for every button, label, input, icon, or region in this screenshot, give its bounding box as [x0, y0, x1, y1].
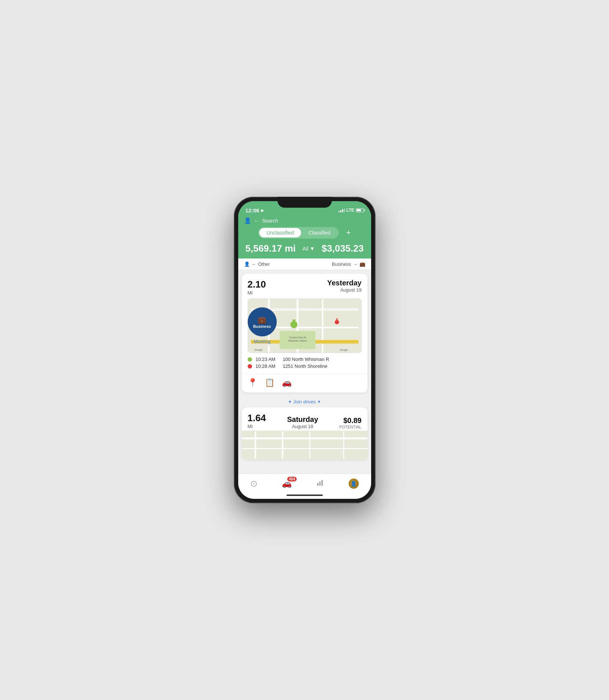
trip2-distance-block: 1.64 MI — [248, 412, 266, 429]
back-arrow: ← — [254, 218, 259, 224]
time-label: 12:06 — [245, 207, 259, 213]
filter-label: All — [303, 245, 309, 252]
profile-avatar: 👤 — [349, 479, 359, 489]
join-drives-label: ✦ Join drives ✦ — [288, 399, 321, 404]
svg-rect-25 — [319, 481, 321, 486]
signal-icon — [338, 208, 345, 212]
reports-icon — [316, 479, 324, 489]
svg-point-11 — [290, 321, 297, 328]
phone-screen: 12:06 ▶ LTE 👤 ← — [238, 201, 371, 499]
tab-profile[interactable]: 👤 — [349, 479, 359, 489]
trip-card-2: 1.64 MI Saturday August 18 $0.89 POTENTI… — [242, 407, 368, 460]
classification-bar: 👤 ← Other Business → 💼 — [238, 259, 371, 270]
tab-drives[interactable]: 🚗 454 — [282, 479, 292, 488]
category-overlay[interactable]: 💼 Business Meeting — [248, 308, 277, 344]
trip2-day-block: Saturday August 18 — [287, 415, 318, 429]
trip2-day-label: Saturday — [287, 415, 318, 424]
status-time: 12:06 ▶ — [245, 207, 264, 213]
trip2-header: 1.64 MI Saturday August 18 $0.89 POTENTI… — [242, 407, 368, 431]
waypoint-1: 10:23 AM 100 North Whisman R — [248, 357, 362, 362]
svg-rect-26 — [321, 480, 323, 486]
nav-row: 👤 ← Search — [244, 217, 365, 224]
trip1-distance: 2.10 MI — [248, 279, 266, 296]
notch — [277, 197, 332, 208]
stats-row: 5,569.17 mi All ▼ $3,035.23 — [244, 243, 365, 254]
trip2-amount-block: $0.89 POTENTIAL — [339, 416, 361, 429]
trip2-unit: MI — [248, 424, 266, 429]
drives-badge: 454 — [287, 477, 297, 481]
svg-text:Google: Google — [340, 349, 348, 351]
waypoints: 10:23 AM 100 North Whisman R 10:28 AM 12… — [242, 353, 368, 374]
other-label: Other — [258, 261, 270, 267]
category-meeting-label: Meeting — [248, 339, 277, 344]
back-button[interactable]: 👤 ← Search — [244, 217, 278, 224]
business-category-circle: 💼 Business — [248, 308, 277, 337]
svg-rect-17 — [242, 432, 368, 459]
trip1-date-sub: August 19 — [327, 287, 362, 295]
person-icon: 👤 — [244, 217, 251, 224]
business-label: Business — [332, 261, 351, 267]
briefcase-category-icon: 💼 — [257, 316, 267, 324]
network-label: LTE — [346, 208, 354, 213]
other-person-icon: 👤 — [244, 261, 250, 267]
status-right: LTE — [338, 208, 364, 213]
location-arrow-icon: ▶ — [261, 208, 264, 212]
segment-classified[interactable]: Classified — [301, 228, 338, 237]
svg-text:Google: Google — [254, 349, 262, 351]
category-name: Business — [253, 324, 271, 329]
segment-control: Unclassified Classified — [258, 227, 339, 239]
waypoint1-addr: 100 North Whisman R — [283, 357, 329, 362]
trip1-date-label: Yesterday — [327, 279, 362, 287]
filter-button[interactable]: All ▼ — [303, 245, 315, 252]
speedometer-icon: ⊙ — [250, 479, 257, 489]
class-left[interactable]: 👤 ← Other — [244, 261, 270, 267]
briefcase-icon: 💼 — [360, 261, 365, 267]
end-dot — [248, 364, 252, 369]
notes-action-icon[interactable]: 📋 — [265, 378, 275, 387]
add-button[interactable]: + — [346, 228, 351, 237]
battery-fill — [357, 209, 361, 211]
filter-chevron-icon: ▼ — [309, 245, 315, 252]
segment-row: Unclassified Classified + — [244, 227, 365, 239]
trip1-date: Yesterday August 19 — [327, 279, 362, 296]
other-arrow-icon: ← — [252, 261, 256, 267]
svg-text:Central Park At: Central Park At — [289, 336, 306, 339]
start-dot — [248, 357, 252, 362]
main-scroll[interactable]: 2.10 MI Yesterday August 19 💼 Business — [238, 270, 371, 473]
back-label: Search — [262, 218, 278, 224]
waypoint-2: 10:28 AM 1251 North Shoreline — [248, 363, 362, 369]
trip1-unit: MI — [248, 290, 266, 296]
waypoint1-time: 10:23 AM — [256, 357, 279, 362]
tab-reports[interactable] — [316, 479, 324, 489]
trip2-date-sub: August 18 — [287, 424, 318, 429]
action-bar: 📍 📋 🚗 — [242, 374, 368, 392]
trip-card-1: 2.10 MI Yesterday August 19 💼 Business — [242, 274, 368, 392]
battery-icon — [356, 208, 364, 212]
car-action-icon[interactable]: 🚗 — [282, 378, 292, 387]
trip2-potential: POTENTIAL — [339, 425, 361, 429]
join-drives-row[interactable]: ✦ Join drives ✦ — [238, 396, 371, 407]
phone-frame: 12:06 ▶ LTE 👤 ← — [234, 197, 375, 503]
svg-rect-24 — [317, 483, 318, 486]
trip2-distance: 1.64 — [248, 412, 266, 424]
total-miles: 5,569.17 mi — [245, 243, 296, 254]
trip2-amount: $0.89 — [339, 416, 361, 425]
business-arrow-icon: → — [353, 261, 358, 267]
trip2-map-svg — [242, 431, 368, 460]
total-amount: $3,035.23 — [322, 243, 364, 254]
segment-unclassified[interactable]: Unclassified — [259, 228, 301, 237]
trip1-map-container: 💼 Business Meeting — [242, 298, 368, 353]
svg-point-13 — [334, 320, 339, 324]
waypoint2-addr: 1251 North Shoreline — [283, 363, 328, 369]
trip2-map — [242, 431, 368, 460]
waypoint2-time: 10:28 AM — [256, 363, 279, 369]
home-indicator — [287, 495, 323, 496]
header: 👤 ← Search Unclassified Classified + 5,5… — [238, 217, 371, 259]
location-action-icon[interactable]: 📍 — [248, 378, 257, 387]
svg-text:Whisman Station: Whisman Station — [288, 339, 307, 342]
class-right[interactable]: Business → 💼 — [332, 261, 365, 267]
tab-speedometer[interactable]: ⊙ — [250, 479, 257, 489]
